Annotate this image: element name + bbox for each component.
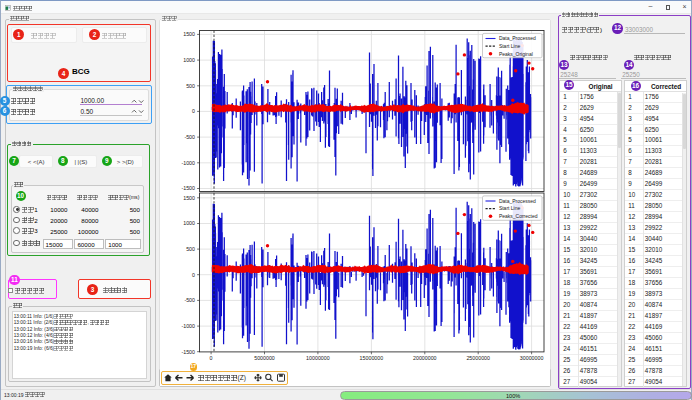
svg-text:1500: 1500 [183, 31, 195, 37]
svg-text:-1500: -1500 [181, 348, 195, 354]
svg-text:30000000: 30000000 [519, 355, 543, 361]
svg-text:Start Line: Start Line [498, 42, 520, 48]
svg-text:1000: 1000 [183, 220, 195, 226]
svg-text:0: 0 [192, 271, 195, 277]
svg-text:Data_Processed: Data_Processed [498, 35, 535, 41]
svg-text:10000000: 10000000 [306, 355, 330, 361]
svg-text:500: 500 [186, 82, 195, 88]
svg-text:-1000: -1000 [181, 322, 195, 328]
svg-text:Peaks_Original: Peaks_Original [498, 50, 532, 56]
svg-text:-1000: -1000 [181, 159, 195, 165]
svg-text:25000000: 25000000 [466, 355, 490, 361]
svg-text:-1500: -1500 [181, 185, 195, 191]
svg-text:-500: -500 [184, 297, 195, 303]
svg-text:5000000: 5000000 [254, 355, 275, 361]
svg-text:Data_Processed: Data_Processed [498, 197, 535, 203]
svg-text:Start Line: Start Line [498, 205, 520, 211]
svg-text:-500: -500 [184, 133, 195, 139]
svg-text:0: 0 [192, 108, 195, 114]
svg-text:0: 0 [209, 355, 212, 361]
svg-text:Peaks_Corrected: Peaks_Corrected [498, 213, 537, 219]
svg-text:20000000: 20000000 [413, 355, 437, 361]
svg-text:500: 500 [186, 245, 195, 251]
svg-text:1000: 1000 [183, 56, 195, 62]
svg-text:1500: 1500 [183, 194, 195, 200]
svg-text:15000000: 15000000 [359, 355, 383, 361]
